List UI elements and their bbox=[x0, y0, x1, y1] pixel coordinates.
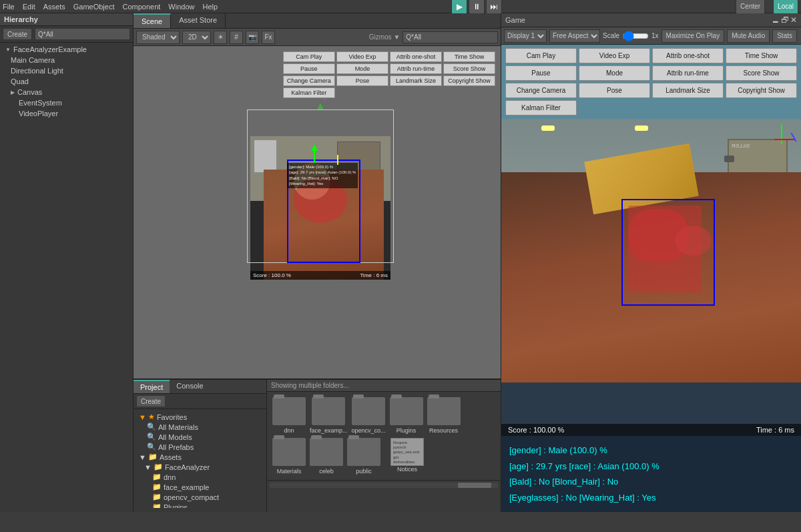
time-show-btn[interactable]: Time Show bbox=[726, 48, 797, 63]
hierarchy-search[interactable] bbox=[35, 28, 130, 40]
pose-btn[interactable]: Pose bbox=[579, 83, 650, 98]
hierarchy-controls: Create bbox=[0, 26, 133, 43]
tab-console[interactable]: Console bbox=[170, 380, 210, 393]
scene-view[interactable]: Cam Play Video Exp Attrib one-shot Time … bbox=[134, 46, 501, 378]
minimize-icon[interactable]: 🗕 bbox=[772, 15, 780, 25]
proj-faceanalyzer[interactable]: ▼ 📁 FaceAnalyzer bbox=[136, 462, 264, 472]
scale-slider[interactable] bbox=[622, 32, 649, 40]
menu-gameobject[interactable]: GameObject bbox=[73, 3, 115, 11]
play-button[interactable]: ▶ bbox=[451, 0, 467, 15]
folder-label: Plugins bbox=[396, 427, 417, 434]
gizmos-label: Gizmos ▼ bbox=[369, 33, 400, 41]
asset-folder-dnn[interactable]: dnn bbox=[272, 397, 306, 434]
center-panel: Scene Asset Store Shaded 2D ☀ # 📷 Fx Giz… bbox=[134, 13, 501, 378]
hierarchy-item-videoplayer[interactable]: VideoPlayer bbox=[0, 108, 133, 119]
mode-btn[interactable]: Mode bbox=[579, 65, 650, 81]
pause-button[interactable]: ⏸ bbox=[469, 0, 485, 15]
asset-folder-resources[interactable]: Resources bbox=[427, 397, 461, 434]
scene-attriboneshot-btn[interactable]: Attrib one-shot bbox=[390, 51, 442, 62]
kalman-filter-btn[interactable]: Kalman Filter bbox=[505, 100, 577, 115]
center-button[interactable]: Center bbox=[736, 0, 765, 14]
project-create-btn[interactable]: Create bbox=[136, 395, 166, 407]
asset-folder-celeb[interactable]: celeb bbox=[310, 438, 343, 475]
cam-play-btn[interactable]: Cam Play bbox=[505, 48, 577, 63]
scene-timeshow-btn[interactable]: Time Show bbox=[443, 51, 495, 62]
proj-favorites[interactable]: ▼ ★ Favorites bbox=[136, 412, 264, 422]
asset-folder-public[interactable]: public bbox=[347, 438, 380, 475]
menu-help[interactable]: Help bbox=[202, 3, 218, 11]
menu-file[interactable]: File bbox=[3, 3, 15, 11]
asset-folder-face-example[interactable]: face_examp... bbox=[310, 397, 348, 434]
hierarchy-root[interactable]: ▼ FaceAnalyzerExample bbox=[0, 44, 133, 55]
hierarchy-item-quad[interactable]: Quad bbox=[0, 76, 133, 87]
proj-opencv-compact[interactable]: 📁 opencv_compact bbox=[136, 492, 264, 502]
tab-asset-store[interactable]: Asset Store bbox=[171, 13, 226, 28]
hierarchy-item-label: Main Camera bbox=[11, 56, 55, 64]
local-button[interactable]: Local bbox=[773, 0, 798, 14]
aspect-dropdown[interactable]: Free Aspect bbox=[549, 29, 600, 43]
scene-pause-btn[interactable]: Pause bbox=[283, 63, 335, 74]
game-pause-btn[interactable]: Pause bbox=[505, 65, 577, 81]
fx-icon[interactable]: Fx bbox=[262, 31, 275, 44]
mode-dropdown[interactable]: 2D bbox=[182, 31, 211, 44]
stats-btn[interactable]: Stats bbox=[772, 29, 797, 43]
scene-kalmanfilter-btn[interactable]: Kalman Filter bbox=[283, 87, 335, 98]
landmark-size-btn[interactable]: Landmark Size bbox=[652, 83, 724, 98]
score-show-btn[interactable]: Score Show bbox=[726, 65, 797, 81]
scale-label: Scale bbox=[603, 32, 619, 39]
camera-icon[interactable]: 📷 bbox=[246, 31, 259, 44]
attrib-oneshot-btn[interactable]: Attrib one-shot bbox=[652, 48, 724, 63]
scene-camplay-btn[interactable]: Cam Play bbox=[283, 51, 335, 62]
proj-all-prefabs[interactable]: 🔍 All Prefabs bbox=[136, 442, 264, 452]
close-icon[interactable]: ✕ bbox=[790, 15, 797, 25]
scene-scoreshow-btn[interactable]: Score Show bbox=[443, 63, 495, 74]
tab-scene[interactable]: Scene bbox=[134, 13, 171, 28]
scene-changecamera-btn[interactable]: Change Camera bbox=[283, 75, 335, 86]
scene-landmarksize-btn[interactable]: Landmark Size bbox=[390, 75, 442, 86]
scene-mode-btn[interactable]: Mode bbox=[336, 63, 388, 74]
game-time: Time : 6 ms bbox=[756, 426, 794, 434]
video-exp-btn[interactable]: Video Exp bbox=[579, 48, 650, 63]
scroll-thumb[interactable] bbox=[458, 483, 491, 488]
scene-search[interactable] bbox=[403, 31, 498, 43]
asset-folder-materials[interactable]: Materials bbox=[272, 438, 306, 475]
sun-icon[interactable]: ☀ bbox=[214, 31, 227, 44]
grid-icon[interactable]: # bbox=[230, 31, 243, 44]
scene-copyrightshow-btn[interactable]: Copyright Show bbox=[443, 75, 495, 86]
maximize-icon[interactable]: 🗗 bbox=[781, 15, 789, 25]
attrib-runtime-btn[interactable]: Attrib run-time bbox=[652, 65, 724, 81]
hierarchy-create-btn[interactable]: Create bbox=[3, 28, 32, 40]
hierarchy-item-directional-light[interactable]: Directional Light bbox=[0, 65, 133, 76]
menu-window[interactable]: Window bbox=[168, 3, 194, 11]
proj-face-example[interactable]: 📁 face_example bbox=[136, 482, 264, 492]
project-panel: Project Console Create ▼ ★ Favorites 🔍 A… bbox=[134, 379, 267, 512]
proj-assets[interactable]: ▼ 📁 Assets bbox=[136, 452, 264, 462]
hierarchy-item-main-camera[interactable]: Main Camera bbox=[0, 55, 133, 65]
hierarchy-item-eventsystem[interactable]: EventSystem bbox=[0, 97, 133, 108]
asset-folder-opencv[interactable]: opencv_co... bbox=[352, 397, 386, 434]
proj-dnn[interactable]: 📁 dnn bbox=[136, 472, 264, 482]
maximize-on-play-btn[interactable]: Maximize On Play bbox=[661, 29, 725, 43]
display-dropdown[interactable]: Display 1 bbox=[504, 29, 547, 43]
scene-attribruntime-btn[interactable]: Attrib run-time bbox=[390, 63, 442, 74]
proj-all-models[interactable]: 🔍 All Models bbox=[136, 432, 264, 442]
asset-notices[interactable]: Require pytorch getpy_seq and get delive… bbox=[384, 438, 430, 473]
scene-videoexp-btn[interactable]: Video Exp bbox=[336, 51, 388, 62]
change-camera-btn[interactable]: Change Camera bbox=[505, 83, 577, 98]
shading-dropdown[interactable]: Shaded bbox=[136, 31, 180, 44]
scene-pose-btn[interactable]: Pose bbox=[336, 75, 388, 86]
copyright-show-btn[interactable]: Copyright Show bbox=[726, 83, 797, 98]
hierarchy-item-canvas[interactable]: ▶ Canvas bbox=[0, 87, 133, 97]
step-button[interactable]: ⏭ bbox=[486, 0, 502, 15]
tab-project[interactable]: Project bbox=[134, 380, 170, 393]
proj-all-materials[interactable]: 🔍 All Materials bbox=[136, 422, 264, 432]
hierarchy-item-label: Directional Light bbox=[11, 67, 63, 75]
menu-component[interactable]: Component bbox=[122, 3, 160, 11]
asset-folder-plugins[interactable]: Plugins bbox=[390, 397, 423, 434]
assets-scrollbar[interactable] bbox=[267, 480, 501, 489]
menu-assets[interactable]: Assets bbox=[43, 3, 65, 11]
proj-plugins[interactable]: 📁 Plugins bbox=[136, 502, 264, 508]
folder-label: opencv_co... bbox=[352, 427, 386, 434]
mute-audio-btn[interactable]: Mute Audio bbox=[727, 29, 770, 43]
menu-edit[interactable]: Edit bbox=[23, 3, 35, 11]
